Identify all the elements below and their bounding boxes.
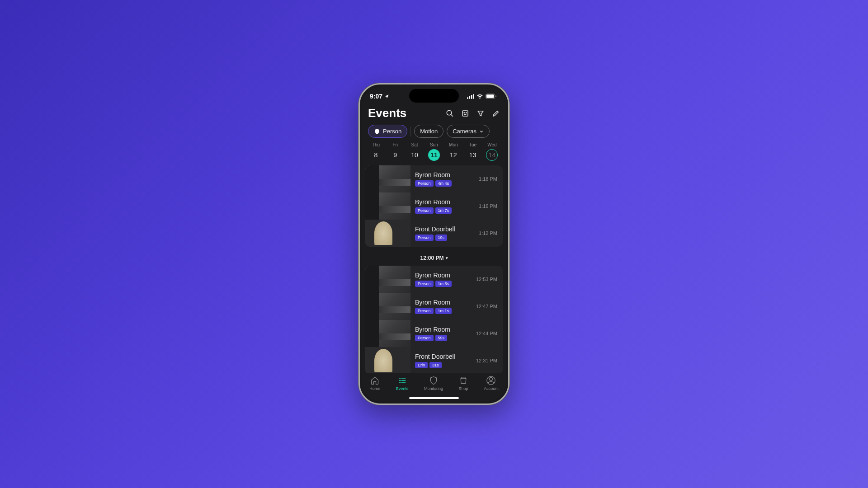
svg-rect-6 — [495, 95, 496, 97]
calendar-num: 13 — [467, 149, 479, 161]
svg-rect-2 — [471, 94, 472, 99]
calendar-dow: Wed — [487, 142, 496, 147]
tab-label: Home — [369, 386, 380, 391]
chip-motion-label: Motion — [420, 128, 438, 135]
tab-bar: HomeEventsMonitoringShopAccount — [362, 373, 506, 402]
event-thumbnail — [365, 293, 410, 320]
event-info: Front DoorbellErin31s — [415, 350, 472, 371]
chip-cameras-label: Cameras — [453, 128, 476, 135]
calendar-day[interactable]: Mon12 — [448, 142, 459, 161]
account-icon — [486, 376, 495, 385]
svg-rect-1 — [469, 96, 470, 99]
calendar-num: 14 — [486, 149, 498, 161]
chip-person-label: Person — [383, 128, 401, 135]
event-group: Byron RoomPerson1m 5s12:53 PMByron RoomP… — [365, 266, 503, 373]
event-tags: Person1m 7s — [415, 207, 474, 214]
event-time: 12:53 PM — [476, 277, 503, 282]
calendar-day[interactable]: Fri9 — [389, 142, 401, 161]
calendar-dow: Mon — [449, 142, 458, 147]
chip-cameras[interactable]: Cameras — [447, 125, 490, 138]
event-tag: Person — [415, 207, 434, 214]
event-thumbnail — [365, 320, 410, 347]
event-tag: Person — [415, 335, 434, 341]
event-thumbnail — [365, 165, 410, 192]
svg-point-10 — [464, 112, 465, 113]
calendar-day[interactable]: Thu8 — [370, 142, 382, 161]
event-thumbnail — [365, 347, 410, 373]
tab-events[interactable]: Events — [396, 376, 409, 391]
filter-chips: Person Motion Cameras — [362, 123, 506, 142]
event-camera-name: Front Doorbell — [415, 225, 474, 233]
event-tag: 1m 7s — [435, 207, 452, 214]
tab-label: Account — [484, 386, 499, 391]
event-tag: 1m 5s — [435, 281, 452, 287]
event-tag: Person — [415, 308, 434, 314]
tab-label: Shop — [459, 386, 468, 391]
chevron-down-icon — [479, 129, 484, 134]
event-camera-name: Byron Room — [415, 299, 472, 306]
svg-line-8 — [451, 114, 453, 117]
calendar-dow: Fri — [392, 142, 398, 147]
tab-shop[interactable]: Shop — [459, 376, 468, 391]
faces-icon[interactable] — [461, 109, 469, 117]
event-list[interactable]: Byron RoomPerson4m 4s1:18 PMByron RoomPe… — [362, 165, 506, 373]
event-row[interactable]: Byron RoomPerson59s12:44 PM — [365, 320, 503, 347]
event-row[interactable]: Byron RoomPerson1m 5s12:53 PM — [365, 266, 503, 293]
tab-account[interactable]: Account — [484, 376, 499, 391]
search-icon[interactable] — [446, 109, 454, 117]
page-title: Events — [368, 106, 442, 120]
event-row[interactable]: Front DoorbellErin31s12:31 PM — [365, 347, 503, 373]
event-time: 12:47 PM — [476, 304, 503, 309]
event-camera-name: Byron Room — [415, 171, 474, 178]
calendar-num: 10 — [409, 149, 420, 161]
event-tags: Person1m 1s — [415, 308, 472, 314]
calendar-num: 11 — [428, 149, 440, 161]
shop-icon — [459, 376, 468, 385]
cellular-icon — [467, 94, 474, 99]
filter-icon[interactable] — [476, 109, 485, 117]
calendar-strip: Thu8Fri9Sat10Sun11Mon12Tue13Wed14 — [362, 142, 506, 165]
calendar-day[interactable]: Sat10 — [409, 142, 420, 161]
event-row[interactable]: Front DoorbellPerson19s1:12 PM — [365, 220, 503, 247]
event-tag: 1m 1s — [435, 308, 452, 314]
event-thumbnail — [365, 192, 410, 220]
event-info: Byron RoomPerson59s — [415, 323, 472, 344]
event-time: 12:44 PM — [476, 331, 503, 336]
tab-label: Events — [396, 386, 409, 391]
event-tag: Person — [415, 180, 434, 187]
calendar-day[interactable]: Wed14 — [486, 142, 498, 161]
calendar-day[interactable]: Sun11 — [428, 142, 440, 161]
status-time: 9:07 — [370, 93, 382, 100]
svg-point-11 — [466, 112, 467, 113]
battery-icon — [486, 94, 496, 99]
calendar-day[interactable]: Tue13 — [467, 142, 479, 161]
event-info: Byron RoomPerson1m 7s — [415, 196, 474, 216]
tab-monitoring[interactable]: Monitoring — [424, 376, 443, 391]
event-info: Byron RoomPerson1m 5s — [415, 269, 472, 290]
event-row[interactable]: Byron RoomPerson1m 7s1:16 PM — [365, 192, 503, 220]
calendar-dow: Sat — [411, 142, 418, 147]
event-tags: Person1m 5s — [415, 281, 472, 287]
svg-rect-5 — [486, 94, 494, 98]
tab-home[interactable]: Home — [369, 376, 380, 391]
event-info: Front DoorbellPerson19s — [415, 223, 474, 244]
event-thumbnail — [365, 220, 410, 247]
event-row[interactable]: Byron RoomPerson1m 1s12:47 PM — [365, 293, 503, 320]
event-tag: 59s — [435, 335, 448, 341]
event-tags: Person4m 4s — [415, 180, 474, 187]
svg-rect-0 — [467, 97, 468, 99]
event-tag: Person — [415, 235, 434, 241]
header: Events — [362, 106, 506, 123]
event-camera-name: Byron Room — [415, 272, 472, 279]
event-tags: Erin31s — [415, 362, 472, 368]
time-divider[interactable]: 12:00 PM — [363, 250, 505, 266]
svg-rect-3 — [473, 94, 474, 99]
edit-icon[interactable] — [492, 109, 500, 117]
phone-frame: 9:07 Events Person Motion Cameras Thu8Fr… — [359, 83, 509, 405]
event-row[interactable]: Byron RoomPerson4m 4s1:18 PM — [365, 165, 503, 192]
event-tag: Person — [415, 281, 434, 287]
notch — [409, 89, 459, 103]
chip-person[interactable]: Person — [368, 125, 407, 138]
event-tag: Erin — [415, 362, 428, 368]
chip-motion[interactable]: Motion — [414, 125, 443, 138]
